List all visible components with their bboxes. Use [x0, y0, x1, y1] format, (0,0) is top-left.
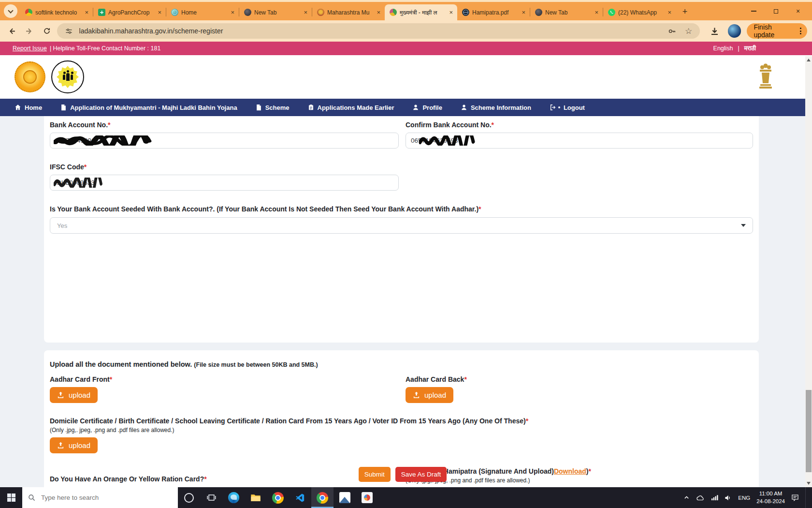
tab-title: softlink technolo — [35, 9, 80, 16]
browser-tab[interactable]: AgroPanchCrop × — [93, 4, 166, 20]
domicile-upload-button[interactable]: upload — [50, 437, 98, 453]
tab-search-button[interactable] — [4, 4, 17, 18]
forward-button[interactable] — [22, 24, 37, 38]
windows-taskbar: ENG 11:00 AM 24-08-2024 — [0, 487, 812, 508]
vscode-icon — [295, 493, 305, 503]
new-tab-button[interactable]: + — [679, 5, 691, 18]
submit-button[interactable]: Submit — [359, 467, 391, 482]
confirm-bank-account-input[interactable] — [406, 133, 753, 149]
whatsapp-favicon — [608, 9, 615, 16]
network-icon[interactable] — [711, 494, 718, 501]
onedrive-cloud-icon[interactable] — [696, 494, 705, 501]
nav-item-scheme[interactable]: Scheme — [256, 104, 290, 111]
taskbar-clock[interactable]: 11:00 AM 24-08-2024 — [756, 490, 785, 505]
start-button[interactable] — [0, 487, 22, 508]
tab-close-icon[interactable]: × — [666, 9, 673, 16]
vscode-button[interactable] — [289, 487, 311, 508]
minimize-button[interactable] — [742, 2, 765, 20]
applications-icon — [308, 104, 314, 111]
chrome-dark-favicon — [244, 9, 251, 16]
logout-dot — [558, 106, 560, 108]
password-key-icon[interactable] — [666, 25, 679, 37]
edge-button[interactable] — [222, 487, 245, 508]
tab-close-icon[interactable]: × — [375, 9, 382, 16]
chrome-dark-favicon — [535, 9, 542, 16]
maharashtra-seal-logo — [14, 61, 45, 92]
tab-title: Home — [181, 9, 226, 16]
finish-update-button[interactable]: Finish update — [747, 23, 807, 39]
browser-menu-icon[interactable] — [798, 28, 803, 34]
back-button[interactable] — [5, 24, 19, 38]
tab-title: मुख्यमंत्री - माझी ल — [400, 9, 445, 16]
taskbar-time: 11:00 AM — [756, 490, 785, 498]
nav-item-applications-made-earlier[interactable]: Applications Made Earlier — [308, 104, 394, 111]
aadhar-back-upload-button[interactable]: upload — [406, 387, 453, 403]
url-text[interactable]: ladakibahin.maharashtra.gov.in/scheme-re… — [79, 27, 662, 35]
lang-marathi-link[interactable]: मराठी — [744, 45, 756, 52]
browser-tab[interactable]: New Tab × — [239, 4, 312, 20]
browser-tab[interactable]: New Tab × — [530, 4, 603, 20]
scroll-up-arrow[interactable] — [807, 59, 811, 61]
address-bar[interactable]: ladakibahin.maharashtra.gov.in/scheme-re… — [57, 23, 700, 39]
tab-close-icon[interactable]: × — [302, 9, 309, 16]
browser-tab-active[interactable]: मुख्यमंत्री - माझी ल × — [385, 4, 457, 20]
nav-item-scheme-information[interactable]: Scheme Information — [461, 104, 531, 111]
paint-button[interactable] — [356, 487, 378, 508]
seeded-select[interactable]: Yes — [50, 217, 753, 234]
tab-close-icon[interactable]: × — [229, 9, 236, 16]
required-asterisk: * — [108, 121, 110, 129]
bank-account-input[interactable] — [50, 133, 399, 149]
tab-close-icon[interactable]: × — [448, 9, 454, 16]
language-indicator[interactable]: ENG — [738, 495, 750, 501]
task-view-button[interactable] — [200, 487, 222, 508]
documents-upload-card: Upload all the document mentioned below.… — [44, 350, 759, 508]
nav-item-logout[interactable]: Logout — [550, 104, 585, 111]
scrollbar-thumb[interactable] — [806, 390, 812, 472]
file-explorer-icon — [250, 493, 261, 503]
ifsc-input[interactable] — [50, 175, 399, 191]
aadhar-front-upload-button[interactable]: upload — [50, 387, 98, 403]
tab-close-icon[interactable]: × — [156, 9, 163, 16]
required-asterisk: * — [478, 205, 481, 213]
show-desktop-button[interactable] — [805, 487, 807, 508]
nav-item-home[interactable]: Home — [14, 104, 42, 111]
photos-button[interactable] — [334, 487, 356, 508]
tab-close-icon[interactable]: × — [520, 9, 527, 16]
close-button[interactable]: × — [787, 2, 809, 20]
browser-tab[interactable]: Home × — [166, 4, 239, 20]
page-scrollbar[interactable] — [805, 56, 812, 487]
browser-tab[interactable]: Maharashtra Mu × — [312, 4, 385, 20]
nav-item-application[interactable]: Application of Mukhyamantri - Majhi Ladk… — [60, 104, 237, 111]
download-icon[interactable] — [709, 25, 721, 37]
scroll-down-arrow[interactable] — [807, 482, 811, 485]
home-icon — [14, 104, 21, 111]
reload-button[interactable] — [40, 24, 54, 38]
file-explorer-button[interactable] — [245, 487, 267, 508]
sheets-favicon — [98, 9, 105, 16]
volume-icon[interactable] — [725, 494, 732, 501]
browser-tab[interactable]: (22) WhatsApp × — [603, 4, 676, 20]
profile-avatar[interactable] — [728, 24, 741, 38]
domicile-file-note: (Only .jpg,. jpeg, .png and .pdf files a… — [50, 427, 753, 433]
chevron-up-icon[interactable] — [683, 494, 690, 501]
nav-item-profile[interactable]: Profile — [412, 104, 442, 111]
action-center-icon[interactable] — [791, 494, 799, 501]
aadhar-back-label: Aadhar Card Back* — [406, 375, 753, 383]
tab-close-icon[interactable]: × — [593, 9, 600, 16]
site-info-icon[interactable] — [63, 25, 75, 37]
taskbar-search-input[interactable] — [40, 493, 172, 502]
browser-tab[interactable]: Hamipatra.pdf × — [457, 4, 530, 20]
save-as-draft-button[interactable]: Save As Draft — [395, 467, 447, 482]
restore-button[interactable] — [765, 2, 787, 20]
lang-english-link[interactable]: English — [713, 45, 733, 52]
report-issue-link[interactable]: Report Issue — [13, 45, 47, 52]
bookmark-star-icon[interactable]: ☆ — [682, 25, 695, 37]
required-asterisk: * — [464, 375, 466, 383]
chrome-active-button[interactable] — [311, 487, 334, 508]
cortana-button[interactable] — [178, 487, 200, 508]
taskbar-search[interactable] — [22, 487, 178, 508]
chrome-button[interactable] — [267, 487, 289, 508]
upload-icon — [413, 391, 420, 399]
browser-tab[interactable]: softlink technolo × — [20, 4, 93, 20]
tab-close-icon[interactable]: × — [83, 9, 90, 16]
